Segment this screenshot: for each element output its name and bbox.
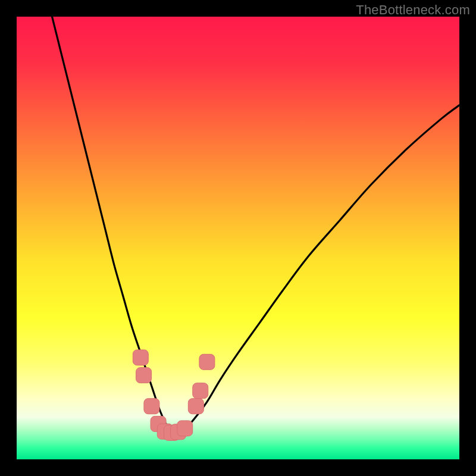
chart-frame: TheBottleneck.com [0, 0, 476, 476]
curve-marker [133, 350, 148, 365]
curve-marker [199, 354, 215, 369]
gradient-background [17, 17, 459, 459]
watermark-text: TheBottleneck.com [356, 2, 470, 18]
plot-area [17, 17, 459, 459]
curve-marker [144, 399, 159, 414]
curve-marker [188, 399, 203, 414]
curve-marker [193, 383, 208, 399]
curve-marker [177, 421, 193, 436]
curve-marker [136, 368, 152, 383]
bottleneck-chart [17, 17, 459, 459]
